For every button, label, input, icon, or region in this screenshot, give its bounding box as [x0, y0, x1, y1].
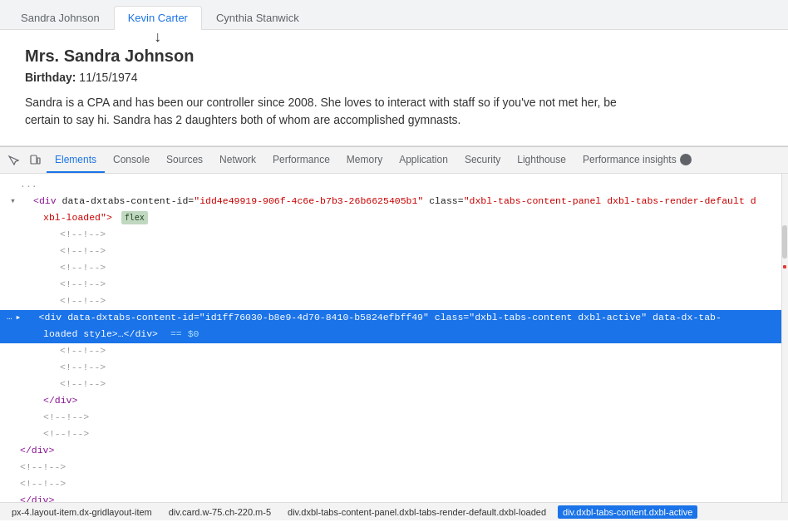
code-comment: <!--!--> [20, 244, 106, 259]
code-comment: <!--!--> [20, 360, 106, 375]
devtools-tab-perf-insights[interactable]: Performance insights [574, 147, 700, 173]
code-line: <!--!--> [0, 410, 781, 426]
code-line: </div> [0, 393, 781, 410]
devtools-tab-security[interactable]: Security [456, 147, 509, 173]
code-line: <!--!--> [0, 360, 781, 377]
devtools-tab-application[interactable]: Application [391, 147, 456, 173]
devtools-tab-elements[interactable]: Elements [47, 147, 105, 173]
code-line: </div> [0, 493, 781, 502]
code-line: <!--!--> [0, 426, 781, 443]
code-attr: data-dxtabs-content-id= [67, 312, 199, 323]
status-item-tabs-panel[interactable]: div.dxbl-tabs-content-panel.dxbl-tabs-re… [283, 505, 551, 519]
person-name: Mrs. Sandra Johnson [25, 47, 763, 66]
code-tag: <div [39, 312, 62, 323]
tab-kevin-carter[interactable]: Kevin Carter ↓ [114, 6, 202, 29]
code-line: <!--!--> [0, 460, 781, 476]
code-comment: <!--!--> [20, 377, 106, 392]
devtools-code-row: ... <div data-dxtabs-content-id="idd4e49… [0, 174, 788, 502]
code-line: <!--!--> [0, 244, 781, 260]
tab-sandra-johnson[interactable]: Sandra Johnson [7, 6, 114, 29]
cursor-inspector-icon[interactable] [3, 150, 23, 170]
code-val: "dxbl-tabs-content dxbl-active" [469, 312, 647, 323]
active-code-line[interactable]: … <div data-dxtabs-content-id="id1ff7603… [0, 310, 781, 327]
tab-elements-label: Elements [55, 154, 96, 165]
tab-label: Kevin Carter [128, 12, 188, 24]
svg-rect-1 [37, 158, 40, 164]
active-code-line-cont: loaded style>…</div> == $0 [0, 327, 781, 343]
code-comment: <!--!--> [20, 410, 89, 425]
status-item-tabs-active[interactable]: div.dxbl-tabs-content.dxbl-active [558, 505, 697, 519]
status-item-gridlayout[interactable]: px-4.layout-item.dx-gridlayout-item [7, 505, 157, 519]
code-comment: <!--!--> [20, 293, 106, 308]
code-tag: </div> [20, 393, 77, 408]
flex-badge: flex [121, 211, 148, 224]
code-line: <div data-dxtabs-content-id="idd4e49919-… [0, 194, 781, 210]
code-attr: data-dxtabs-content-id= [62, 195, 195, 206]
tab-label: Sandra Johnson [21, 12, 100, 24]
devtools-status-bar: px-4.layout-item.dx-gridlayout-item div.… [0, 502, 788, 520]
code-line: <!--!--> [0, 476, 781, 493]
code-line: <!--!--> [0, 377, 781, 393]
birthday-label: Birthday: [25, 71, 76, 84]
code-comment: <!--!--> [20, 476, 66, 491]
browser-tab-bar: Sandra Johnson Kevin Carter ↓ Cynthia St… [0, 0, 788, 30]
code-content: loaded style>…</div> == $0 [20, 327, 199, 342]
code-val: xbl-loaded"> [43, 212, 112, 223]
tab-sources-label: Sources [166, 154, 203, 165]
code-tag: </div> [20, 443, 54, 458]
tab-memory-label: Memory [347, 154, 382, 165]
code-content: xbl-loaded"> flex [20, 210, 148, 225]
tab-label: Cynthia Stanwick [216, 12, 299, 24]
birthday-row: Birthday: 11/15/1974 [25, 71, 763, 84]
expand-arrow[interactable] [10, 194, 20, 209]
devtools-code-panel[interactable]: ... <div data-dxtabs-content-id="idd4e49… [0, 174, 781, 502]
code-comment: <!--!--> [20, 460, 66, 475]
scrollbar-thumb [782, 225, 787, 259]
devtools-toolbar: Elements Console Sources Network Perform… [0, 147, 788, 174]
code-comment: <!--!--> [20, 277, 106, 292]
code-line: xbl-loaded"> flex [0, 210, 781, 227]
bio-text: Sandra is a CPA and has been our control… [25, 94, 640, 129]
scrollbar-marker [783, 265, 786, 268]
devtools-tab-sources[interactable]: Sources [158, 147, 211, 173]
code-val: "id1ff76030-b8e9-4d70-8410-b5824efbff49" [199, 312, 429, 323]
code-content: <div data-dxtabs-content-id="id1ff76030-… [26, 310, 722, 325]
app-content-area: Mrs. Sandra Johnson Birthday: 11/15/1974… [0, 30, 788, 146]
code-tag: <div [33, 195, 57, 206]
devtools-tab-network[interactable]: Network [211, 147, 264, 173]
devtools-tab-console[interactable]: Console [105, 147, 158, 173]
devtools-tab-performance[interactable]: Performance [264, 147, 338, 173]
devtools-tab-lighthouse[interactable]: Lighthouse [509, 147, 574, 173]
line-dot: … [7, 310, 12, 325]
code-text: ... [20, 177, 37, 192]
devtools-tab-memory[interactable]: Memory [338, 147, 391, 173]
code-attr: data-dx-tab- [653, 312, 722, 323]
expand-arrow[interactable] [16, 310, 26, 325]
code-comment: <!--!--> [20, 260, 106, 275]
tab-cynthia-stanwick[interactable]: Cynthia Stanwick [202, 6, 313, 29]
code-val: "idd4e49919-906f-4c6e-b7b3-26b6625405b1" [194, 195, 423, 206]
devtools-scrollbar[interactable] [781, 174, 788, 502]
status-item-card[interactable]: div.card.w-75.ch-220.m-5 [164, 505, 276, 519]
code-tag: </div> [20, 493, 54, 502]
code-val: "dxbl-tabs-content-panel dxbl-tabs-rende… [464, 195, 756, 206]
tab-performance-label: Performance [273, 154, 330, 165]
code-line: ... [0, 177, 781, 194]
code-content: <div data-dxtabs-content-id="idd4e49919-… [20, 194, 756, 209]
tab-lighthouse-label: Lighthouse [517, 154, 566, 165]
tab-network-label: Network [219, 154, 256, 165]
code-comment: <!--!--> [20, 343, 106, 358]
device-toolbar-icon[interactable] [25, 150, 45, 170]
code-line: <!--!--> [0, 293, 781, 310]
tab-application-label: Application [399, 154, 448, 165]
code-attr: class= [429, 195, 463, 206]
tab-perf-insights-label: Performance insights [583, 154, 677, 165]
code-line: </div> [0, 443, 781, 460]
devtools-panel: Elements Console Sources Network Perform… [0, 146, 788, 520]
code-line: <!--!--> [0, 343, 781, 360]
dollar-eq: == $0 [170, 328, 199, 339]
perf-insights-icon [680, 154, 692, 165]
code-line: <!--!--> [0, 277, 781, 293]
tab-console-label: Console [113, 154, 150, 165]
code-line: <!--!--> [0, 227, 781, 244]
